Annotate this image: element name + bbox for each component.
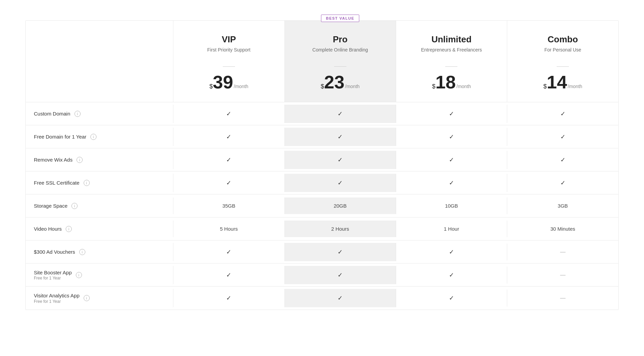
checkmark-3-0: ✓: [226, 180, 231, 186]
feature-label-6: $300 Ad Vouchers: [34, 249, 75, 255]
value-cell-6-0: ✓: [173, 243, 284, 261]
dollar-pro: $: [321, 83, 324, 89]
value-cell-8-2: ✓: [396, 289, 507, 307]
feature-label-8: Visitor Analytics App: [34, 292, 80, 299]
period-pro: /month: [345, 84, 360, 91]
plan-name-pro: Pro: [292, 34, 389, 45]
dollar-vip: $: [209, 83, 213, 89]
comparison-table: VIP First Priority Support $ 39 /month B…: [25, 20, 619, 310]
info-icon-6[interactable]: i: [79, 249, 85, 255]
feature-label-3: Free SSL Certificate: [34, 180, 80, 186]
value-cell-7-2: ✓: [396, 266, 507, 284]
plan-subtitle-combo: For Personal Use: [514, 47, 611, 60]
price-combo: $ 14 /month: [514, 73, 611, 91]
plan-subtitle-pro: Complete Online Branding: [292, 47, 389, 60]
feature-cell-5: Video Hoursi: [26, 220, 173, 238]
feature-cell-3: Free SSL Certificatei: [26, 174, 173, 192]
value-cell-8-1: ✓: [284, 289, 396, 307]
feature-name-8: Visitor Analytics AppFree for 1 Year: [34, 292, 80, 304]
value-cell-0-0: ✓: [173, 105, 284, 123]
value-cell-6-3: —: [507, 244, 618, 260]
checkmark-3-1: ✓: [338, 180, 343, 186]
value-cell-6-1: ✓: [284, 243, 396, 261]
plan-name-unlimited: Unlimited: [403, 34, 500, 45]
value-cell-3-2: ✓: [396, 174, 507, 192]
price-unlimited: $ 18 /month: [403, 73, 500, 91]
info-icon-7[interactable]: i: [76, 272, 82, 278]
period-unlimited: /month: [456, 84, 471, 91]
feature-label-7: Site Booster App: [34, 269, 72, 276]
empty-header: [26, 21, 173, 102]
value-cell-7-3: —: [507, 267, 618, 284]
feature-rows: Custom Domaini✓✓✓✓Free Domain for 1 Year…: [26, 102, 618, 310]
value-cell-6-2: ✓: [396, 243, 507, 261]
feature-row-0: Custom Domaini✓✓✓✓: [26, 102, 618, 125]
value-cell-3-1: ✓: [284, 174, 396, 192]
checkmark-0-3: ✓: [560, 110, 565, 117]
feature-cell-4: Storage Spacei: [26, 197, 173, 215]
divider-vip: [223, 66, 235, 67]
info-icon-3[interactable]: i: [84, 180, 90, 186]
value-cell-8-0: ✓: [173, 289, 284, 307]
checkmark-0-0: ✓: [226, 110, 231, 117]
value-cell-8-3: —: [507, 290, 618, 307]
feature-cell-0: Custom Domaini: [26, 105, 173, 123]
header-row: VIP First Priority Support $ 39 /month B…: [26, 21, 618, 102]
plan-name-combo: Combo: [514, 34, 611, 45]
info-icon-1[interactable]: i: [90, 134, 96, 140]
feature-name-5: Video Hours: [34, 226, 62, 232]
feature-label-4: Storage Space: [34, 203, 67, 209]
info-icon-8[interactable]: i: [84, 295, 90, 301]
value-cell-2-0: ✓: [173, 151, 284, 169]
value-cell-2-1: ✓: [284, 151, 396, 169]
checkmark-6-1: ✓: [338, 249, 343, 255]
divider-pro: [334, 66, 346, 67]
value-cell-1-0: ✓: [173, 128, 284, 146]
value-cell-4-0: 35GB: [173, 197, 284, 214]
checkmark-2-0: ✓: [226, 156, 231, 163]
info-icon-2[interactable]: i: [77, 157, 83, 163]
info-icon-4[interactable]: i: [71, 203, 78, 209]
value-cell-5-0: 5 Hours: [173, 221, 284, 237]
value-cell-4-1: 20GB: [284, 197, 396, 214]
feature-label-2: Remove Wix Ads: [34, 156, 72, 163]
checkmark-6-2: ✓: [449, 249, 454, 255]
period-vip: /month: [234, 84, 249, 91]
checkmark-6-0: ✓: [226, 249, 231, 255]
value-cell-0-3: ✓: [507, 105, 618, 123]
feature-name-3: Free SSL Certificate: [34, 180, 80, 186]
feature-row-3: Free SSL Certificatei✓✓✓✓: [26, 171, 618, 194]
plan-subtitle-vip: First Priority Support: [180, 47, 278, 60]
feature-row-5: Video Hoursi5 Hours2 Hours1 Hour30 Minut…: [26, 217, 618, 240]
checkmark-0-2: ✓: [449, 110, 454, 117]
amount-vip: 39: [213, 73, 233, 91]
checkmark-8-1: ✓: [338, 295, 343, 301]
price-pro: $ 23 /month: [292, 73, 389, 91]
checkmark-3-3: ✓: [560, 180, 565, 186]
checkmark-1-3: ✓: [560, 133, 565, 140]
value-cell-1-3: ✓: [507, 128, 618, 146]
amount-combo: 14: [547, 73, 567, 91]
checkmark-0-1: ✓: [338, 110, 343, 117]
value-cell-0-2: ✓: [396, 105, 507, 123]
info-icon-5[interactable]: i: [66, 226, 72, 232]
plan-header-unlimited: Unlimited Entrepreneurs & Freelancers $ …: [396, 21, 507, 102]
feature-row-6: $300 Ad Vouchersi✓✓✓—: [26, 240, 618, 264]
checkmark-7-0: ✓: [226, 272, 231, 278]
feature-row-7: Site Booster AppFree for 1 Yeari✓✓✓—: [26, 264, 618, 287]
feature-label-5: Video Hours: [34, 226, 62, 232]
feature-cell-7: Site Booster AppFree for 1 Yeari: [26, 264, 173, 286]
plan-name-vip: VIP: [180, 34, 278, 45]
feature-name-0: Custom Domain: [34, 110, 70, 117]
feature-name-6: $300 Ad Vouchers: [34, 249, 75, 255]
price-vip: $ 39 /month: [180, 73, 278, 91]
feature-label-0: Custom Domain: [34, 110, 70, 117]
value-cell-5-2: 1 Hour: [396, 221, 507, 237]
info-icon-0[interactable]: i: [74, 111, 81, 117]
value-cell-7-0: ✓: [173, 266, 284, 284]
plan-subtitle-unlimited: Entrepreneurs & Freelancers: [403, 47, 500, 60]
dash-7-3: —: [560, 272, 565, 278]
feature-cell-8: Visitor Analytics AppFree for 1 Yeari: [26, 287, 173, 309]
value-cell-4-2: 10GB: [396, 197, 507, 214]
value-cell-7-1: ✓: [284, 266, 396, 284]
